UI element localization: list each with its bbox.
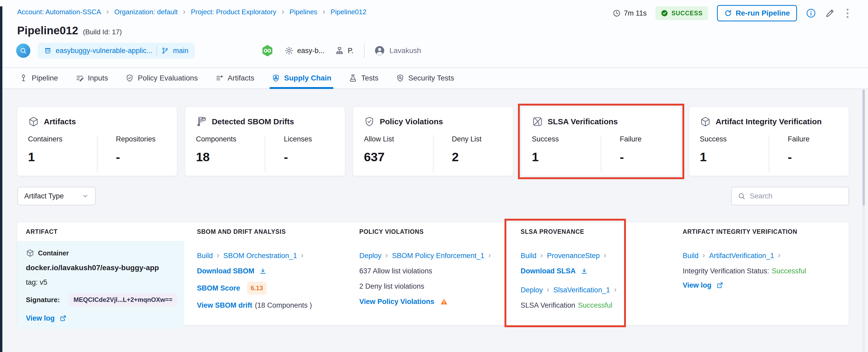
artifact-tag: tag: v5 — [26, 278, 181, 287]
status-badge: SUCCESS — [655, 6, 708, 20]
infrastructure-icon — [335, 46, 344, 55]
tab-tests[interactable]: Tests — [349, 68, 378, 88]
title-row: Pipeline012 (Build Id: 17) — [17, 24, 122, 37]
tab-supply-chain[interactable]: Supply Chain — [272, 68, 331, 88]
tab-security-tests[interactable]: Security Tests — [396, 68, 454, 88]
sbom-score-link[interactable]: SBOM Score — [197, 283, 240, 293]
breadcrumb: Account: Automation-SSCA Organization: d… — [17, 8, 366, 16]
refresh-icon — [724, 9, 732, 17]
table-header-row: ARTIFACT SBOM AND DRIFT ANALYSIS POLICY … — [18, 222, 849, 241]
search-input[interactable] — [750, 192, 843, 200]
rerun-pipeline-button[interactable]: Re-run Pipeline — [717, 5, 797, 21]
pipeline-icon — [19, 74, 28, 82]
execution-duration: 7m 11s — [613, 9, 647, 18]
card-title-row: Artifacts — [28, 116, 166, 127]
card-title-row: Artifact Integrity Verification — [700, 116, 838, 127]
summary-cards: Artifacts Containers 1 Repositories - De… — [18, 107, 849, 176]
gear-icon — [285, 46, 293, 55]
tab-policy-evaluations[interactable]: Policy Evaluations — [125, 68, 198, 88]
trigger-env-label: P. — [348, 47, 353, 55]
integrity-stage-link[interactable]: Build — [683, 251, 699, 260]
col-artifact: ARTIFACT — [18, 228, 188, 235]
breadcrumb-project[interactable]: Project: Product Exploratory — [191, 8, 276, 16]
sbom-stage-link[interactable]: Build — [197, 251, 213, 260]
slsa-cell: Build ProvenanceStep Download SLSA Deplo… — [512, 241, 674, 329]
search-icon — [20, 47, 27, 54]
triggered-by-user: Lavakush — [374, 45, 421, 56]
card-title-row: Detected SBOM Drifts — [196, 116, 334, 127]
build-id: (Build Id: 17) — [83, 28, 122, 36]
slsa-step1-link[interactable]: ProvenanceStep — [547, 251, 600, 260]
artifact-type-dropdown[interactable]: Artifact Type — [18, 187, 96, 205]
search-box — [731, 187, 849, 205]
allow-violations: 637 Allow list violations — [359, 266, 504, 276]
download-slsa-link[interactable]: Download SLSA — [521, 266, 576, 276]
breadcrumb-pipelines[interactable]: Pipelines — [289, 8, 317, 16]
shield-check-icon — [364, 116, 375, 127]
tab-inputs[interactable]: Inputs — [75, 68, 108, 88]
info-icon[interactable] — [806, 8, 816, 18]
card-title-row: Policy Violations — [364, 116, 502, 127]
card-slsa-verifications: SLSA Verifications Success 1 Failure - — [521, 107, 681, 176]
sbom-scroll-icon — [196, 116, 207, 127]
stat-slsa-failure: Failure - — [601, 135, 670, 172]
trigger-environment: P. — [335, 46, 353, 55]
view-log-link[interactable]: View log — [683, 281, 711, 290]
cube-icon — [28, 116, 39, 127]
meta-divider — [364, 43, 365, 58]
deny-violations: 2 Deny list violations — [359, 282, 504, 291]
tab-artifacts[interactable]: Artifacts — [215, 68, 254, 88]
card-policy-violations: Policy Violations Allow List 637 Deny Li… — [353, 107, 513, 176]
slsa-step2-link[interactable]: SlsaVerification_1 — [553, 285, 610, 295]
chevron-down-icon — [82, 193, 89, 199]
tab-pipeline[interactable]: Pipeline — [19, 68, 58, 88]
execution-meta-row: easybuggy-vulnerable-applic... main easy… — [16, 43, 421, 59]
more-options-menu[interactable] — [844, 8, 851, 19]
scrollbar-thumb[interactable] — [863, 90, 865, 205]
check-circle-icon — [661, 9, 668, 17]
card-title-row: SLSA Verifications — [532, 116, 670, 127]
integrity-step-link[interactable]: ArtifactVerification_1 — [709, 251, 774, 260]
stat-integrity-failure: Failure - — [769, 135, 838, 172]
breadcrumb-organization[interactable]: Organization: default — [114, 8, 178, 16]
chevron-right-icon — [613, 287, 618, 293]
stat-integrity-success: Success 1 — [700, 135, 769, 172]
integrity-status-value: Successful — [772, 266, 806, 276]
stat-allow-list: Allow List 637 — [364, 135, 433, 172]
cube-icon — [26, 249, 34, 257]
stat-containers: Containers 1 — [28, 135, 97, 172]
chevron-right-icon — [181, 9, 187, 15]
warning-triangle-icon — [440, 298, 448, 306]
edit-pipeline-icon[interactable] — [825, 8, 835, 18]
breadcrumb-account[interactable]: Account: Automation-SSCA — [17, 8, 101, 16]
slsa-stage1-link[interactable]: Build — [521, 251, 536, 260]
breadcrumb-pipeline012[interactable]: Pipeline012 — [331, 8, 366, 16]
chevron-right-icon — [321, 9, 327, 15]
topbar-actions: 7m 11s SUCCESS Re-run Pipeline — [613, 5, 851, 22]
card-sbom-drifts: Detected SBOM Drifts Components 18 Licen… — [185, 107, 345, 176]
policy-step-link[interactable]: SBOM Policy Enforcement_1 — [392, 251, 485, 260]
search-icon — [738, 192, 745, 200]
chevron-right-icon — [701, 253, 707, 258]
shield-search-icon — [396, 74, 404, 82]
chevron-right-icon — [300, 253, 305, 258]
integrity-cell: Build ArtifactVerification_1 Integrity V… — [674, 241, 849, 329]
rerun-label: Re-run Pipeline — [736, 9, 790, 18]
execution-inspect-icon — [16, 43, 30, 58]
artifacts-table: ARTIFACT SBOM AND DRIFT ANALYSIS POLICY … — [18, 222, 849, 325]
external-link-icon — [716, 282, 723, 289]
view-log-link[interactable]: View log — [26, 314, 55, 323]
policy-stage-link[interactable]: Deploy — [359, 251, 381, 260]
sbom-step-link[interactable]: SBOM Orchestration_1 — [223, 251, 297, 260]
view-sbom-drift-link[interactable]: View SBOM drift — [197, 300, 252, 310]
artifact-type-row: Container — [26, 249, 181, 257]
supply-chain-shield-icon — [272, 74, 280, 82]
stat-components: Components 18 — [196, 135, 265, 172]
chevron-right-icon — [280, 9, 286, 15]
view-policy-violations-link[interactable]: View Policy Violations — [359, 297, 434, 306]
chevron-right-icon — [487, 253, 492, 258]
slsa-stage2-link[interactable]: Deploy — [521, 285, 543, 295]
download-sbom-link[interactable]: Download SBOM — [197, 266, 254, 276]
stat-licenses: Licenses - — [265, 135, 334, 172]
repo-branch-pill[interactable]: easybuggy-vulnerable-applic... main — [38, 43, 195, 59]
